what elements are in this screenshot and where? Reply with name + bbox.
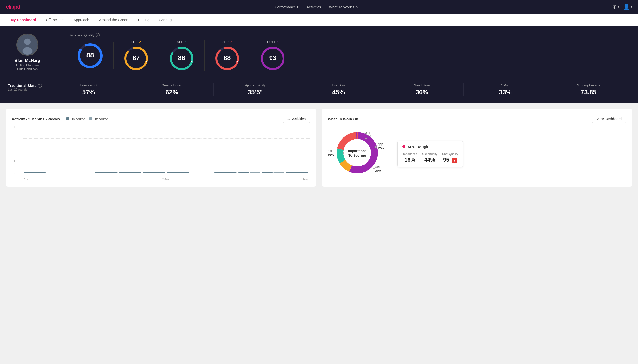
putt-trend-icon: ↗ [276, 40, 279, 44]
user-dropdown-icon: ▾ [631, 5, 632, 8]
tab-off-the-tee-label: Off the Tee [46, 18, 64, 22]
donut-section: PUTT 57% OTT 10% APP 12% ARG 21% [328, 127, 626, 181]
legend-on-course: On course [66, 117, 85, 121]
arg-dot [373, 168, 375, 170]
donut-chart: Importance To Scoring [335, 131, 379, 175]
nav-what-to-work-on[interactable]: What To Work On [329, 5, 358, 9]
work-card-header: What To Work On View Dashboard [328, 115, 626, 123]
tab-putting-label: Putting [138, 18, 150, 22]
svg-point-1 [24, 38, 31, 45]
tab-around-the-green-label: Around the Green [99, 18, 128, 22]
svg-text:93: 93 [269, 54, 276, 62]
arg-importance-label: Importance [402, 152, 417, 156]
x-label-7feb: 7 Feb [24, 178, 30, 181]
bar-group-11 [286, 172, 308, 173]
arg-label: ARG ↗ [222, 40, 232, 44]
tab-scoring[interactable]: Scoring [154, 14, 176, 26]
scores-section: Total Player Quality ? 88 OTT [67, 33, 630, 72]
bar-on-course-5 [143, 172, 165, 173]
putt-label: PUTT ↗ [267, 40, 279, 44]
tab-my-dashboard-label: My Dashboard [11, 18, 36, 22]
ott-score: OTT ↗ 87 [114, 40, 159, 72]
avatar [17, 34, 39, 56]
stat-items: Fairways Hit 57% Greens In Reg 62% App. … [47, 83, 630, 96]
app-trend-icon: ↗ [184, 40, 186, 44]
stat-scoring-average-label: Scoring Average [551, 83, 626, 87]
bar-off-course-9 [250, 172, 261, 173]
stat-app-proximity: App. Proximity 35'5" [214, 83, 297, 96]
nav-performance[interactable]: Performance ▾ [275, 5, 299, 9]
tab-approach-label: Approach [73, 18, 89, 22]
user-menu-button[interactable]: 👤 ▾ [623, 4, 632, 10]
arg-shot-quality-metric: Shot Quality 95 ▼ [442, 152, 458, 163]
tab-off-the-tee[interactable]: Off the Tee [41, 14, 69, 26]
nav-activities[interactable]: Activities [307, 5, 321, 9]
view-dashboard-button[interactable]: View Dashboard [592, 115, 626, 123]
player-name: Blair McHarg [15, 58, 40, 63]
score-circles: 88 OTT ↗ 87 [67, 40, 630, 72]
help-icon[interactable]: ? [96, 33, 100, 37]
bar-group-0 [24, 172, 46, 173]
arg-detail-dot [402, 145, 405, 148]
tab-around-the-green[interactable]: Around the Green [94, 14, 133, 26]
ott-circle: 87 [123, 46, 149, 72]
bars-container [22, 127, 310, 173]
bar-group-9 [238, 172, 261, 173]
stat-one-putt: 1 Putt 33% [464, 83, 547, 96]
bar-group-8 [214, 172, 237, 173]
overall-score: 88 [67, 42, 114, 69]
bar-on-course-6 [167, 172, 189, 173]
donut-wrapper: PUTT 57% OTT 10% APP 12% ARG 21% [328, 127, 391, 181]
logo[interactable]: clippd [6, 4, 20, 10]
stat-up-and-down-value: 45% [301, 88, 376, 96]
arg-circle: 88 [215, 46, 240, 72]
bar-group-10 [262, 172, 284, 173]
tab-approach[interactable]: Approach [69, 14, 94, 26]
arg-detail-card: ARG Rough Importance 16% Opportunity 44%… [397, 140, 463, 167]
putt-circle: 93 [260, 46, 286, 72]
bar-on-course-4 [119, 172, 141, 173]
on-course-legend-label: On course [71, 117, 85, 121]
off-course-legend-dot [89, 117, 92, 120]
activity-chart-area: 4 3 2 1 0 7 Feb 28 Mar 9 May [12, 127, 310, 181]
svg-text:88: 88 [86, 51, 94, 59]
add-button[interactable]: ⊕ ▾ [612, 4, 619, 10]
all-activities-button[interactable]: All Activities [283, 115, 310, 123]
stat-sand-save-value: 36% [384, 88, 460, 96]
app-label: APP ↗ [177, 40, 186, 44]
stat-greens-in-reg-value: 62% [134, 88, 209, 96]
activity-card: Activity - 3 Months - Weekly On course O… [6, 109, 316, 186]
arg-detail-title: ARG Rough [402, 145, 458, 149]
tab-my-dashboard[interactable]: My Dashboard [6, 14, 41, 26]
stat-app-proximity-label: App. Proximity [218, 83, 293, 87]
arg-shot-quality-value: 95 ▼ [442, 157, 458, 163]
activity-chart-title: Activity - 3 Months - Weekly [12, 117, 60, 121]
on-course-legend-dot [66, 117, 69, 120]
bar-group-5 [143, 172, 165, 173]
stat-greens-in-reg: Greens In Reg 62% [130, 83, 214, 96]
traditional-stats: Traditional Stats ? Last 20 rounds Fairw… [0, 78, 638, 103]
nav-activities-label: Activities [307, 5, 321, 9]
top-nav: clippd Performance ▾ Activities What To … [0, 0, 638, 14]
add-dropdown-icon: ▾ [618, 5, 619, 8]
trad-stats-sublabel: Last 20 rounds [8, 88, 47, 92]
tab-putting[interactable]: Putting [133, 14, 154, 26]
bar-on-course-9 [238, 172, 249, 173]
stat-one-putt-label: 1 Putt [468, 83, 543, 87]
bar-on-course-8 [214, 172, 237, 173]
bar-on-course-0 [24, 172, 46, 173]
svg-text:Importance: Importance [348, 149, 366, 153]
putt-score: PUTT ↗ 93 [250, 40, 296, 72]
player-handicap: Plus Handicap [17, 67, 38, 71]
arg-opportunity-label: Opportunity [422, 152, 437, 156]
bar-on-course-3 [95, 172, 117, 173]
arg-score: ARG ↗ 88 [205, 40, 250, 72]
arg-importance-value: 16% [402, 157, 417, 163]
stat-one-putt-value: 33% [468, 88, 543, 96]
sub-nav: My Dashboard Off the Tee Approach Around… [0, 14, 638, 26]
trad-stats-help-icon[interactable]: ? [38, 84, 42, 88]
app-score: APP ↗ 86 [159, 40, 205, 72]
stat-sand-save: Sand Save 36% [380, 83, 464, 96]
svg-point-2 [22, 47, 32, 54]
overall-circle: 88 [77, 42, 104, 69]
